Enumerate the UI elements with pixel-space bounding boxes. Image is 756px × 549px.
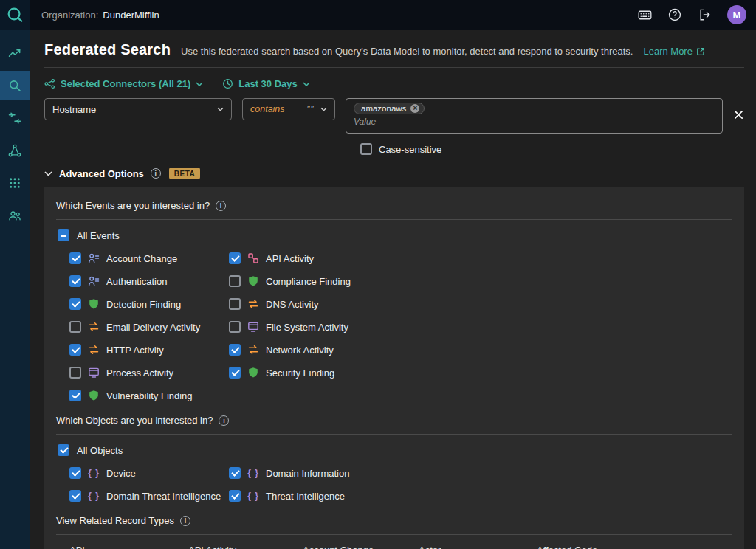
operator-select[interactable]: contains ”” xyxy=(242,98,335,120)
checkbox-label: Compliance Finding xyxy=(266,276,351,287)
value-chip[interactable]: amazonaws × xyxy=(354,103,425,114)
sidebar-item-insights[interactable] xyxy=(0,38,30,68)
events-question: Which Events are you interested in? xyxy=(56,196,732,219)
main-content: Federated Search Use this federated sear… xyxy=(30,30,756,549)
event-checkbox-process-activity[interactable]: Process Activity xyxy=(69,366,229,379)
sidebar-item-flows[interactable] xyxy=(0,103,30,133)
help-icon[interactable] xyxy=(667,7,683,23)
info-icon[interactable] xyxy=(180,516,190,526)
checkbox[interactable] xyxy=(69,367,81,379)
checkbox-label: Process Activity xyxy=(106,367,173,379)
braces-icon: { } xyxy=(87,467,100,479)
checkbox[interactable] xyxy=(69,298,81,310)
connectors-filter[interactable]: Selected Connectors (All 21) xyxy=(44,78,203,89)
checkbox[interactable] xyxy=(69,390,81,401)
divider xyxy=(56,434,732,435)
checkbox[interactable] xyxy=(69,490,81,502)
organization: Organization: DunderMifflin xyxy=(41,10,159,21)
object-checkbox-domain-threat-intelligence[interactable]: { }Domain Threat Intelligence xyxy=(69,489,229,503)
checkbox[interactable] xyxy=(69,467,81,479)
checkbox[interactable] xyxy=(229,367,241,379)
event-checkbox-vulnerability-finding[interactable]: Vulnerability Finding xyxy=(69,389,229,402)
event-checkbox-file-system-activity[interactable]: File System Activity xyxy=(229,320,351,334)
objects-question: Which Objects are you interested in? xyxy=(56,411,732,434)
value-chip-text: amazonaws xyxy=(361,104,406,113)
events-question-text: Which Events are you interested in? xyxy=(56,200,210,211)
event-checkbox-detection-finding[interactable]: Detection Finding xyxy=(69,297,229,311)
checkbox[interactable] xyxy=(229,467,241,479)
sidebar-item-search[interactable] xyxy=(0,71,30,100)
checkbox[interactable] xyxy=(69,252,81,264)
connectors-icon xyxy=(44,78,55,89)
event-checkbox-security-finding[interactable]: Security Finding xyxy=(229,366,351,379)
event-checkbox-network-activity[interactable]: Network Activity xyxy=(229,343,351,356)
learn-more-link[interactable]: Learn More xyxy=(643,46,704,57)
event-checkbox-http-activity[interactable]: HTTP Activity xyxy=(69,343,229,356)
advanced-options-label: Advanced Options xyxy=(59,168,144,179)
value-chips: amazonaws × xyxy=(354,103,715,114)
event-checkbox-dns-activity[interactable]: DNS Activity xyxy=(229,297,351,311)
sidebar-item-teams[interactable] xyxy=(0,201,30,230)
event-checkbox-account-change[interactable]: Account Change xyxy=(69,252,229,265)
checkbox[interactable] xyxy=(69,275,81,287)
sidebar-item-graph[interactable] xyxy=(0,136,30,165)
case-sensitive-row[interactable]: Case-sensitive xyxy=(360,143,756,155)
divider xyxy=(56,219,732,220)
event-checkbox-api-activity[interactable]: API Activity xyxy=(229,252,351,265)
remove-chip-icon[interactable]: × xyxy=(410,104,419,113)
value-input[interactable]: amazonaws × Value xyxy=(346,98,723,134)
system-icon xyxy=(247,321,260,333)
query-logo-icon xyxy=(6,5,24,25)
checkbox-label: Detection Finding xyxy=(106,299,181,310)
braces-icon: { } xyxy=(87,490,100,502)
event-checkbox-compliance-finding[interactable]: Compliance Finding xyxy=(229,274,351,288)
checkbox[interactable] xyxy=(229,275,241,287)
field-select[interactable]: Hostname xyxy=(44,98,232,120)
value-placeholder: Value xyxy=(354,117,715,127)
checkbox-label: File System Activity xyxy=(266,322,348,333)
all-objects-row[interactable]: All Objects xyxy=(58,444,732,456)
avatar[interactable]: M xyxy=(727,5,746,24)
checkbox[interactable] xyxy=(229,252,241,264)
learn-more-label: Learn More xyxy=(643,46,692,57)
info-icon[interactable] xyxy=(151,168,161,179)
flows-icon xyxy=(7,111,22,125)
sidebar-item-apps[interactable] xyxy=(0,168,30,198)
clear-search-icon[interactable] xyxy=(733,109,744,120)
event-checkbox-authentication[interactable]: Authentication xyxy=(69,274,229,288)
event-checkbox-email-delivery-activity[interactable]: Email Delivery Activity xyxy=(69,320,229,334)
finding-icon xyxy=(87,390,100,401)
chevron-down-icon xyxy=(44,171,52,176)
case-sensitive-checkbox[interactable] xyxy=(360,143,372,155)
info-icon[interactable] xyxy=(219,415,229,426)
operator-select-value: contains xyxy=(250,104,285,114)
object-checkbox-threat-intelligence[interactable]: { }Threat Intelligence xyxy=(229,489,349,503)
checkbox[interactable] xyxy=(69,344,81,356)
app-logo[interactable] xyxy=(0,0,30,30)
field-select-value: Hostname xyxy=(52,104,96,115)
chevron-down-icon xyxy=(320,107,327,111)
time-range-filter[interactable]: Last 30 Days xyxy=(222,78,310,89)
advanced-options-panel: Which Events are you interested in? All … xyxy=(44,187,744,549)
all-objects-checkbox[interactable] xyxy=(58,444,69,456)
checkbox[interactable] xyxy=(229,321,241,333)
checkbox[interactable] xyxy=(229,490,241,502)
object-checkbox-domain-information[interactable]: { }Domain Information xyxy=(229,466,349,480)
checkbox[interactable] xyxy=(229,344,241,356)
events-grid: Account ChangeAPI ActivityAuthentication… xyxy=(69,252,732,402)
page-title: Federated Search xyxy=(44,41,171,58)
braces-icon: { } xyxy=(247,467,260,479)
info-icon[interactable] xyxy=(216,201,226,211)
checkbox[interactable] xyxy=(229,298,241,310)
topbar: Organization: DunderMifflin M xyxy=(0,0,756,30)
related-record-type-api-activity: API Activity xyxy=(188,545,303,549)
logout-icon[interactable] xyxy=(697,7,713,23)
all-events-checkbox[interactable] xyxy=(58,229,69,241)
object-checkbox-device[interactable]: { }Device xyxy=(69,466,229,480)
organization-label: Organization: xyxy=(41,10,98,21)
advanced-options-toggle[interactable]: Advanced Options BETA xyxy=(44,168,741,179)
keyboard-shortcuts-icon[interactable] xyxy=(636,7,653,23)
graph-icon xyxy=(7,143,22,158)
all-events-row[interactable]: All Events xyxy=(58,229,732,241)
checkbox[interactable] xyxy=(69,321,81,333)
